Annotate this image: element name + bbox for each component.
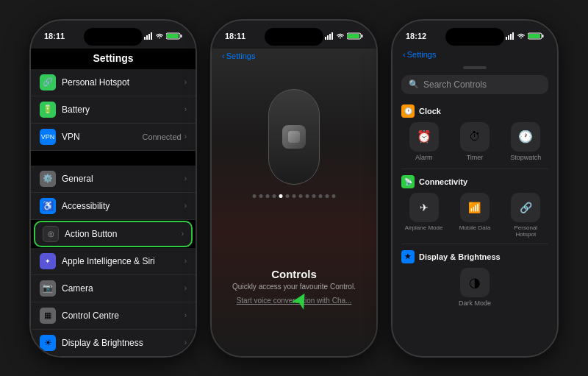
connectivity-section-icon: 📡 [401,175,415,188]
settings-title: Settings [93,52,133,64]
settings-section-top: 🔗 Personal Hotspot › 🔋 Battery › VPN VPN… [31,69,196,151]
phone-1: 18:11 Settings [29,19,197,358]
dot-3 [266,194,270,198]
settings-item-hotspot[interactable]: 🔗 Personal Hotspot › [31,69,196,96]
search-icon-3: 🔍 [409,79,419,89]
power-button-2 [376,94,378,131]
wifi-icon-3 [517,32,526,40]
back-label-3: Settings [407,50,437,59]
battery-label: Battery [62,104,184,115]
general-label: General [62,174,184,184]
signal-icon [144,32,153,40]
svg-rect-20 [542,35,544,38]
green-arrow-indicator [291,291,309,316]
dark-mode-item: ◑ Dark Mode [401,268,548,307]
stopwatch-label: Stopwatch [510,154,541,161]
svg-rect-2 [148,34,150,40]
vpn-value: Connected [142,132,181,141]
mobile-data-item: 📶 Mobile Data [452,193,497,238]
display-section-title: Display & Brightness [419,252,501,261]
dot-6 [286,194,290,198]
action-button-chevron: › [182,230,184,238]
siri-icon: ✦ [40,253,56,269]
svg-rect-6 [167,34,179,38]
hotspot-item-label: Personal Hotspot [503,224,548,238]
camera-icon: 📷 [40,280,56,297]
action-button-core [288,131,300,143]
dynamic-island-3 [445,28,504,46]
dynamic-island [84,28,143,46]
action-button-label: Action Button [65,229,182,239]
siri-label: Apple Intelligence & Siri [62,256,184,266]
dot-8 [299,194,303,198]
search-bar[interactable]: 🔍 Search Controls [401,75,548,94]
status-icons-3 [506,32,544,40]
svg-rect-10 [331,32,333,40]
battery-icon [166,32,182,40]
settings-item-action-button[interactable]: ◎ Action Button › [34,221,193,247]
connectivity-header: 📡 Connectivity [401,175,548,188]
status-icons-2 [325,32,363,40]
wifi-icon [155,32,164,40]
mobile-data-label: Mobile Data [459,224,491,231]
dot-10 [312,194,316,198]
display-brightness-section: ★ Display & Brightness ◑ Dark Mode [392,247,557,310]
action-button-physical-3 [391,59,392,75]
dot-9 [306,194,309,198]
settings-item-camera[interactable]: 📷 Camera › [31,275,196,302]
clock-section-icon: 🕐 [401,104,415,118]
settings-item-siri[interactable]: ✦ Apple Intelligence & Siri › [31,248,196,275]
vpn-icon: VPN [40,129,56,145]
airplane-label: Airplane Mode [405,224,443,231]
svg-rect-0 [144,37,146,40]
phone-3: 18:12 ‹ Settings [391,19,559,358]
battery-icon-2 [347,32,363,40]
settings-item-display[interactable]: ☀ Display & Brightness › [31,330,196,356]
svg-rect-3 [151,32,152,40]
battery-chevron: › [184,105,187,113]
alarm-label: Alarm [415,154,433,161]
stopwatch-icon: 🕐 [511,122,540,152]
action-visual-area [268,89,320,185]
power-button-3 [557,94,559,131]
action-button-physical [29,59,31,75]
settings-item-accessibility[interactable]: ♿ Accessibility › [31,193,196,220]
volume-up-button [29,107,31,135]
connectivity-icons-row: ✈ Airplane Mode 📶 Mobile Data 🔗 Personal… [401,193,548,238]
control-centre-chevron: › [184,311,187,319]
dot-4 [273,194,276,198]
dot-7 [293,194,296,198]
svg-rect-13 [348,34,359,38]
vpn-chevron: › [184,132,187,141]
search-controls-screen: ‹ Settings 🔍 Search Controls 🕐 Clock ⏰ A… [392,49,557,356]
battery-settings-icon: 🔋 [40,102,56,118]
page-dots [253,194,336,198]
controls-screen: ‹ Settings [212,49,376,356]
back-button-3[interactable]: ‹ Settings [403,50,436,59]
action-button-icon: ◎ [43,226,59,242]
personal-hotspot-item: 🔗 Personal Hotspot [503,193,548,238]
volume-up-button-3 [391,107,392,135]
settings-item-control-centre[interactable]: ▦ Control Centre › [31,302,196,330]
dot-12 [326,194,329,198]
settings-item-battery[interactable]: 🔋 Battery › [31,96,196,124]
clock-timer-item: ⏱ Timer [452,122,497,161]
signal-icon-3 [506,32,514,40]
alarm-icon: ⏰ [409,122,439,152]
settings-item-general[interactable]: ⚙️ General › [31,166,196,193]
controls-title: Controls [226,268,362,280]
camera-chevron: › [184,284,187,292]
settings-item-vpn[interactable]: VPN VPN Connected › [31,124,196,151]
volume-down-button-3 [391,141,392,169]
display-chevron: › [184,338,187,347]
arrow-svg [291,291,309,313]
signal-icon-2 [325,32,334,40]
connectivity-section-title: Connectivity [419,177,467,186]
mobile-data-icon: 📶 [460,193,490,222]
dot-13 [332,194,336,198]
action-button-device [268,89,320,185]
display-icons-row: ◑ Dark Mode [401,268,548,307]
back-button-2[interactable]: ‹ Settings [222,52,255,60]
siri-chevron: › [184,257,187,265]
vpn-label: VPN [62,132,142,142]
